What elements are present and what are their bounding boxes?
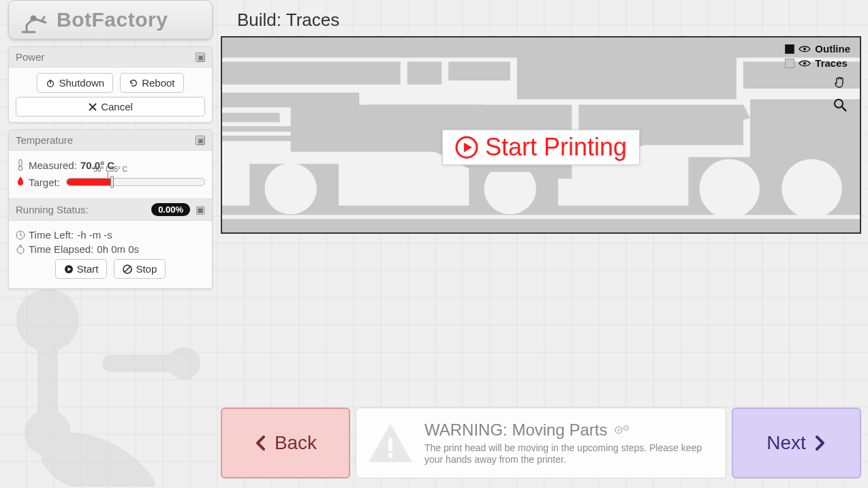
back-label: Back [275,432,317,454]
zoom-icon[interactable] [833,97,848,112]
legend-outline[interactable]: Outline [785,43,850,55]
svg-point-46 [835,100,843,108]
svg-rect-3 [102,354,184,372]
pan-hand-icon[interactable] [833,76,848,91]
svg-point-54 [625,427,627,429]
svg-point-40 [699,159,760,219]
svg-point-5 [31,16,35,20]
svg-rect-1 [37,300,58,423]
brand-title: BotFactory [57,8,168,31]
svg-point-2 [25,410,71,456]
stop-icon [123,264,132,274]
legend-traces-label: Traces [815,57,848,69]
power-panel: Power ▣ Shutdown Reboot Cancel [8,46,213,123]
svg-point-50 [388,453,393,458]
svg-point-41 [781,159,842,219]
svg-point-52 [617,429,619,431]
temperature-header-label: Temperature [16,134,73,146]
collapse-icon[interactable]: ▣ [196,136,205,145]
bottom-nav: Back WARNING: Moving Parts The print hea… [221,408,861,478]
svg-rect-17 [407,62,441,85]
target-row: Target: 50° C 55° C [16,174,205,190]
main-area: Build: Traces [221,7,861,401]
time-elapsed-value: 0h 0m 0s [97,243,139,255]
warning-title-text: WARNING: Moving Parts [424,421,608,440]
warning-triangle-icon [366,421,415,465]
temperature-panel: Temperature ▣ Measured: 70.0° C Target: … [8,129,213,289]
shutdown-label: Shutdown [59,77,104,89]
status-percent: 0.00% [151,203,190,216]
robot-arm-icon [18,5,48,35]
play-icon [64,264,74,274]
time-elapsed-label: Time Elapsed: [29,243,93,255]
legend-outline-label: Outline [815,43,850,55]
stopwatch-icon [16,245,25,254]
swatch-icon [785,44,794,54]
svg-point-0 [16,289,79,352]
chevron-right-icon [813,435,826,451]
chevron-left-icon [254,435,268,451]
temperature-panel-header[interactable]: Temperature ▣ [9,130,212,151]
svg-point-9 [18,166,22,170]
collapse-icon[interactable]: ▣ [196,204,205,216]
cancel-button[interactable]: Cancel [16,97,205,117]
collapse-icon[interactable]: ▣ [196,52,205,62]
start-button[interactable]: Start [55,259,108,279]
time-elapsed-row: Time Elapsed: 0h 0m 0s [16,243,205,255]
pcb-canvas[interactable]: Outline Traces Start Printing [221,36,861,234]
flame-icon [16,176,25,188]
svg-point-38 [264,163,316,214]
svg-rect-49 [388,438,392,451]
svg-point-4 [168,347,200,380]
stop-button[interactable]: Stop [114,259,166,279]
reboot-button[interactable]: Reboot [120,73,183,93]
power-icon [46,78,55,88]
svg-rect-19 [517,52,737,100]
legend-traces[interactable]: Traces [785,57,850,69]
power-header-label: Power [16,51,45,63]
svg-point-45 [803,62,806,65]
stop-label: Stop [136,263,157,275]
eye-icon [799,45,811,53]
running-status-label: Running Status: [16,204,89,215]
svg-rect-8 [19,159,22,166]
canvas-tools [833,76,848,112]
back-button[interactable]: Back [221,408,350,478]
next-button[interactable]: Next [732,408,861,478]
shutdown-button[interactable]: Shutdown [37,73,113,93]
page-title: Build: Traces [237,10,861,31]
brand-card: BotFactory [8,0,213,40]
refresh-icon [129,78,138,88]
power-panel-header[interactable]: Power ▣ [9,47,212,67]
svg-line-14 [125,266,130,272]
svg-line-47 [842,107,846,111]
warning-card: WARNING: Moving Parts The print head wil… [356,408,726,478]
play-circle-icon [455,136,478,159]
target-label: Target: [29,177,60,188]
svg-point-44 [803,48,806,50]
layer-legend: Outline Traces [785,43,850,72]
clock-icon [16,230,25,240]
warning-title: WARNING: Moving Parts [424,421,716,440]
time-left-row: Time Left: -h -m -s [16,229,205,241]
eye-icon [799,59,811,67]
time-left-label: Time Left: [29,229,74,241]
slider-tick-label: 55° C [110,166,127,173]
measured-label: Measured: [29,159,77,171]
target-slider[interactable]: 50° C 55° C [66,174,205,190]
sidebar: BotFactory Power ▣ Shutdown Reboot Cance… [8,0,213,289]
running-status-header[interactable]: Running Status: 0.00% ▣ [9,198,212,221]
svg-rect-22 [222,112,280,122]
time-left-value: -h -m -s [77,229,112,241]
warning-body: The print head will be moving in the upc… [424,442,716,466]
decorative-bg [0,259,218,487]
start-printing-label: Start Printing [485,133,627,162]
gears-icon [613,423,631,437]
start-printing-button[interactable]: Start Printing [442,129,640,165]
start-label: Start [77,263,99,275]
swatch-icon [785,59,794,68]
svg-rect-30 [222,219,860,232]
thermometer-icon [16,159,25,171]
close-icon [88,102,97,112]
reboot-label: Reboot [142,77,174,89]
